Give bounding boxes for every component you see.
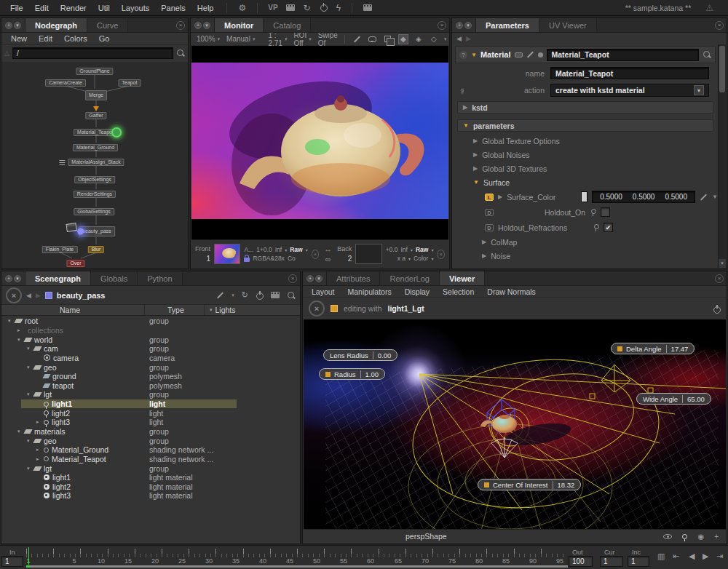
back-thumbnail[interactable] xyxy=(355,244,381,264)
film-icon[interactable] xyxy=(282,3,298,13)
update-mode-dropdown[interactable]: Manual▾ xyxy=(224,35,257,43)
viewer-menu-item[interactable]: Layout xyxy=(306,287,341,297)
scenegraph-row[interactable]: Material_Ground shading network ... xyxy=(2,445,299,455)
viewer-menu-item[interactable]: Manipulators xyxy=(342,287,397,297)
front-channels[interactable]: RGBA&28x xyxy=(253,255,284,262)
film-icon[interactable] xyxy=(271,292,280,298)
scenegraph-row[interactable]: Material_Teapot shading network ... xyxy=(2,455,299,464)
close-icon[interactable]: × xyxy=(715,274,724,283)
front-thumbnail[interactable] xyxy=(214,244,240,264)
menubar-item[interactable]: Help xyxy=(191,2,220,14)
back-exposure[interactable]: +0.0 xyxy=(386,246,398,253)
light-icon[interactable] xyxy=(682,534,687,539)
wide-angle-pill[interactable]: Wide Angle 65.00 xyxy=(636,393,711,405)
pen-icon[interactable] xyxy=(217,292,223,298)
wrench-icon[interactable] xyxy=(526,51,533,57)
noise-group[interactable]: ▶ Noise xyxy=(453,249,718,263)
scenegraph-row[interactable]: light3 light xyxy=(2,418,299,427)
front-clear-icon[interactable]: × xyxy=(312,250,320,259)
prev-keyframe-icon[interactable]: ⇤ xyxy=(673,552,679,561)
nodegraph-menu-item[interactable]: Go xyxy=(94,33,115,44)
surface-group[interactable]: ▼ Surface xyxy=(453,175,718,189)
column-type[interactable]: Type xyxy=(167,306,184,314)
scenegraph-row[interactable]: materials group xyxy=(2,427,299,437)
graph-node[interactable]: Material_Ground xyxy=(73,144,118,151)
scenegraph-row[interactable]: lgt group xyxy=(2,390,299,399)
scenegraph-row[interactable]: light1 light xyxy=(2,399,299,409)
gear-icon[interactable]: ⚙ xyxy=(234,3,250,13)
forward-icon[interactable]: ▶ xyxy=(36,292,41,299)
graph-node[interactable]: Teapot xyxy=(118,79,141,87)
kstd-group[interactable]: ▶ kstd xyxy=(457,101,713,114)
close-icon[interactable]: × xyxy=(288,274,297,283)
panel-split-buttons[interactable]: +▾ xyxy=(452,18,476,32)
tag-icon[interactable] xyxy=(515,52,523,57)
graph-node[interactable]: beauty_pass xyxy=(79,226,115,236)
prev-frame-icon[interactable]: ◀ xyxy=(689,552,695,561)
radius-pill[interactable]: Radius 1.00 xyxy=(319,368,385,380)
lock-icon[interactable] xyxy=(244,258,250,262)
split-plus-icon[interactable]: + xyxy=(306,275,314,282)
expand-triangle-icon[interactable]: ▼ xyxy=(471,52,477,58)
scenegraph-row[interactable]: light3 light material xyxy=(2,491,299,501)
viewer-menu-item[interactable]: Display xyxy=(399,287,435,297)
viewer-menu-item[interactable]: Draw Normals xyxy=(481,287,542,297)
split-plus-icon[interactable]: + xyxy=(5,275,12,282)
out-frame-field[interactable]: 100 xyxy=(569,556,593,567)
action-dropdown[interactable]: create with kstd material ▼ xyxy=(550,84,709,97)
scenegraph-tab[interactable]: Python xyxy=(138,271,182,285)
state-icon[interactable] xyxy=(590,208,596,217)
scenegraph-row[interactable]: geo group xyxy=(2,362,299,372)
column-divider[interactable] xyxy=(204,305,205,315)
search-icon[interactable] xyxy=(703,50,711,59)
link-icon[interactable]: ∞ xyxy=(325,255,331,263)
next-frame-icon[interactable]: ▶ xyxy=(703,552,708,561)
viewer-tab[interactable]: RenderLog xyxy=(380,271,439,285)
name-value-input[interactable]: Material_Teapot xyxy=(550,67,709,79)
visibility-icon[interactable] xyxy=(663,534,672,539)
power-icon[interactable] xyxy=(256,291,264,299)
range-track[interactable] xyxy=(26,565,568,568)
scenegraph-row[interactable]: camera camera xyxy=(2,354,299,363)
front-inf[interactable]: Inf xyxy=(275,246,282,253)
comment-icon[interactable] xyxy=(368,34,378,44)
menubar-item[interactable]: Edit xyxy=(29,2,55,14)
search-icon[interactable] xyxy=(287,291,296,300)
viewer-menu-item[interactable]: Selection xyxy=(437,287,480,297)
split-menu-icon[interactable]: ▾ xyxy=(14,275,21,282)
collapsed-parameter-group[interactable]: ▶ Global Texture Options xyxy=(453,134,718,148)
expander-icon[interactable] xyxy=(36,447,44,453)
scenegraph-row[interactable]: teapot polymesh xyxy=(2,381,299,390)
frame-ruler[interactable]: 5101520253035404550556065707580859095100… xyxy=(26,547,568,568)
expander-icon[interactable] xyxy=(36,456,44,462)
scrollbar[interactable]: ▾ xyxy=(718,44,726,268)
graph-node[interactable]: Gaffer xyxy=(85,112,106,119)
swap-icon[interactable]: ↔ xyxy=(324,244,332,253)
parameters-tab[interactable]: UV Viewer xyxy=(539,18,597,32)
default-badge[interactable]: D xyxy=(485,224,494,231)
chevron-down-icon[interactable]: ▼ xyxy=(712,194,718,200)
collapsed-triangle-icon[interactable]: ▶ xyxy=(463,104,467,111)
render-image[interactable] xyxy=(191,63,448,219)
menubar-item[interactable]: Layouts xyxy=(116,2,156,14)
pixel-probe-icon[interactable]: ◇ xyxy=(429,34,439,44)
zoom-dropdown[interactable]: 100%▾ xyxy=(194,35,222,43)
help-icon[interactable]: ? xyxy=(459,51,467,59)
viewer-viewport[interactable]: Lens Radius 0.00 Radius 1.00 Delta Angle… xyxy=(304,319,726,530)
column-name[interactable]: Name xyxy=(60,306,80,314)
scenegraph-row[interactable]: geo group xyxy=(2,436,299,445)
front-color[interactable]: Co xyxy=(288,255,296,262)
next-keyframe-icon[interactable]: ⇥ xyxy=(716,552,723,561)
scenegraph-tab[interactable]: Scenegraph xyxy=(25,271,91,285)
lens-radius-pill[interactable]: Lens Radius 0.00 xyxy=(323,349,397,361)
menubar-item[interactable]: File xyxy=(4,2,29,14)
split-menu-icon[interactable]: ▾ xyxy=(464,22,472,29)
nodegraph-menu-item[interactable]: Edit xyxy=(33,33,58,44)
graph-node[interactable]: CameraCreate xyxy=(45,79,86,87)
collapsed-parameter-group[interactable]: ▶ Global Noises xyxy=(453,148,718,162)
increment-field[interactable]: 1 xyxy=(628,556,649,567)
refresh-icon[interactable]: ↻ xyxy=(242,290,248,300)
front-exposure[interactable]: 1+0.0 xyxy=(256,246,272,253)
nodegraph-menu-item[interactable]: New xyxy=(6,33,32,44)
power-icon[interactable] xyxy=(316,3,331,13)
